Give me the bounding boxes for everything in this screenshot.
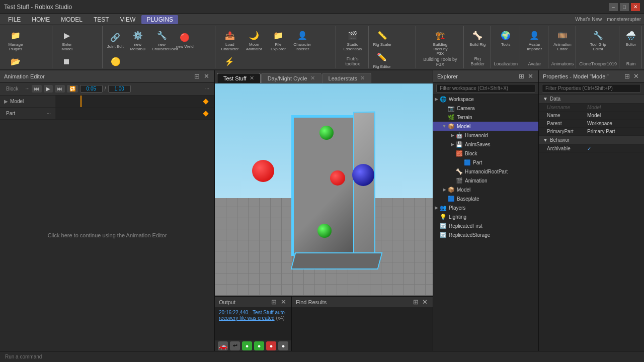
new-charjoint-button[interactable]: 🔧 new CharacterJoint [150, 27, 174, 53]
animation-editor-button[interactable]: 🎞️ Animation Editor [551, 27, 574, 53]
manage-plugins-button[interactable]: 📁 Manage Plugins [4, 27, 27, 53]
tl-next-button[interactable]: ⏭ [55, 85, 65, 93]
menu-test[interactable]: TEST [89, 15, 114, 24]
tree-arrow-model[interactable]: ▼ [441, 124, 447, 129]
tree-item-animsaves[interactable]: ▶ 💾 AnimSaves [433, 140, 538, 149]
tree-arrow-model2[interactable]: ▶ [441, 187, 447, 192]
tab-teststuff-close[interactable]: ✕ [250, 75, 254, 81]
tl-time-input[interactable] [80, 85, 103, 93]
explorer-expand-button[interactable]: ⊞ [518, 72, 525, 80]
tree-item-model[interactable]: ▼ 📦 Model [433, 122, 538, 131]
exit-model-button[interactable]: ⏹ Exit Model [55, 54, 77, 70]
tree-item-replicatedstorage[interactable]: 🔄 ReplicatedStorage [433, 230, 538, 239]
animation-click-hint[interactable]: Click here to continue using the Animati… [0, 120, 214, 351]
tree-item-baseplate[interactable]: 🟦 Baseplate [433, 194, 538, 203]
part-track-content[interactable] [55, 108, 214, 119]
properties-filter-input[interactable] [542, 84, 641, 93]
tab-daynightcycle-close[interactable]: ✕ [310, 75, 315, 81]
props-section-behavior-header[interactable]: ▼ Behavior [539, 136, 644, 145]
output-btn-green1[interactable]: ● [242, 341, 252, 350]
tl-prev-button[interactable]: ⏮ [32, 85, 42, 93]
output-expand-button[interactable]: ⊞ [270, 298, 278, 306]
output-btn-2[interactable]: ↩ [230, 341, 240, 350]
load-character-button[interactable]: 📤 Load Character [218, 27, 242, 53]
localization-tools-button[interactable]: 🌍 Tools [497, 27, 514, 48]
panel-expand-button[interactable]: ⊞ [193, 72, 201, 80]
whats-new-link[interactable]: What's New [575, 17, 602, 22]
model-expand-arrow[interactable]: ▶ [4, 99, 8, 104]
tree-arrow-players[interactable]: ▶ [433, 205, 439, 210]
file-explorer-button[interactable]: 📁 File Explorer [267, 27, 290, 53]
tl-loop-button[interactable]: 🔁 [67, 85, 78, 93]
tree-item-animation[interactable]: 🎬 Animation [433, 176, 538, 185]
tree-item-replicatedfirst[interactable]: 🔄 ReplicatedFirst [433, 221, 538, 230]
new-weld-button[interactable]: 🔴 new Weld [175, 29, 195, 50]
tab-teststuff[interactable]: Test Stuff ✕ [217, 73, 261, 83]
tab-leaderstats-close[interactable]: ✕ [360, 75, 365, 81]
explorer-filter-input[interactable] [436, 84, 535, 93]
tree-item-players[interactable]: ▶ 👥 Players [433, 203, 538, 212]
output-btn-gray[interactable]: ● [278, 341, 288, 350]
new-motor6d-button[interactable]: ⚙️ new Motor6D [126, 27, 149, 53]
close-button[interactable]: ✕ [631, 3, 640, 11]
avatar-importer-button[interactable]: 👤 Avatar Importer [523, 27, 546, 53]
tree-item-block[interactable]: 🧱 Block [433, 149, 538, 158]
tree-item-camera[interactable]: 📷 Camera [433, 104, 538, 113]
toolgrip-editor-button[interactable]: 🔧 Tool Grip Editor [587, 27, 610, 53]
properties-close-button[interactable]: ✕ [632, 72, 640, 80]
rain-editor-button[interactable]: 🌧️ Editor [622, 27, 639, 48]
tab-daynightcycle[interactable]: Day/Night Cycle ✕ [261, 73, 321, 83]
tree-arrow-humanoid[interactable]: ▶ [449, 133, 455, 138]
output-btn-red[interactable]: ● [266, 341, 276, 350]
build-rig-button[interactable]: 🦴 Build Rig [468, 27, 487, 48]
tree-item-lighting[interactable]: 💡 Lighting [433, 212, 538, 221]
prop-value-parent[interactable]: Workspace [587, 121, 642, 126]
tree-arrow-animsaves[interactable]: ▶ [449, 142, 455, 147]
rig-editor-button[interactable]: ✏️ Rig Editor [372, 49, 392, 70]
explorer-close-button[interactable]: ✕ [527, 72, 534, 80]
prop-value-name[interactable]: Model [587, 113, 642, 118]
prop-value-primarypart[interactable]: Primary Part [587, 129, 642, 134]
tl-play-button[interactable]: ▶ [44, 85, 53, 93]
joint-edit-button[interactable]: 🔗 Joint Edit [106, 29, 125, 50]
tree-item-part[interactable]: 🟦 Part [433, 158, 538, 167]
tl-total-time-input[interactable] [108, 85, 131, 93]
tree-item-terrain[interactable]: 🌿 Terrain [433, 113, 538, 122]
tab-leaderstats[interactable]: Leaderstats ✕ [322, 73, 371, 83]
plugins-folder-button[interactable]: 📂 Plugins Folder [4, 54, 27, 70]
enter-model-button[interactable]: ▶ Enter Model [55, 27, 78, 53]
output-btn-green2[interactable]: ● [254, 341, 264, 350]
minimize-button[interactable]: – [609, 3, 618, 11]
prop-value-archivable[interactable]: ✓ [587, 146, 642, 151]
tree-arrow-workspace[interactable]: ▶ [433, 97, 439, 102]
model-keyframe-1[interactable] [203, 99, 208, 104]
menu-file[interactable]: FILE [3, 15, 26, 24]
building-tools-button[interactable]: 🏗️ Building Tools by F3X [429, 27, 452, 57]
part-keyframe-1[interactable] [203, 111, 208, 116]
rig-scaler-button[interactable]: 📏 Rig Scaler [372, 27, 393, 48]
tree-item-humanoid[interactable]: ▶ 🤖 Humanoid [433, 131, 538, 140]
studio-essentials-button[interactable]: 🎬 Studio Essentials [341, 27, 364, 53]
easy-weld-button[interactable]: ⚡ Easy Weld [218, 54, 240, 70]
menu-plugins[interactable]: PLUGINS [141, 15, 178, 24]
menu-model[interactable]: MODEL [56, 15, 88, 24]
model-track-content[interactable] [55, 96, 214, 107]
find-expand-button[interactable]: ⊞ [412, 298, 420, 306]
new-glue-button[interactable]: 🟡 new Glue [106, 54, 126, 70]
tree-item-model2[interactable]: ▶ 📦 Model [433, 185, 538, 194]
menu-home[interactable]: HOME [27, 15, 55, 24]
find-close-button[interactable]: ✕ [421, 298, 429, 306]
props-section-data-header[interactable]: ▼ Data [539, 95, 644, 104]
command-input[interactable] [5, 354, 639, 359]
tree-item-workspace[interactable]: ▶ 🌐 Workspace [433, 95, 538, 104]
viewport[interactable] [215, 83, 433, 296]
menu-view[interactable]: VIEW [115, 15, 141, 24]
tree-item-humanoidrootpart[interactable]: 🦴 HumanoidRootPart [433, 167, 538, 176]
panel-close-button[interactable]: ✕ [203, 72, 210, 80]
properties-expand-button[interactable]: ⊞ [623, 72, 631, 80]
output-btn-1[interactable]: 🚗 [218, 341, 228, 350]
moon-animator-button[interactable]: 🌙 Moon Animator [243, 27, 266, 53]
output-close-button[interactable]: ✕ [280, 298, 287, 306]
maximize-button[interactable]: □ [620, 3, 629, 11]
char-inserter-button[interactable]: 👤 Character Inserter [291, 27, 314, 53]
